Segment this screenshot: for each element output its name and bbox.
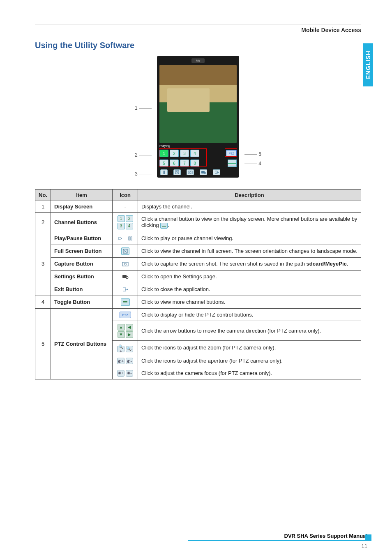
cell-icon: 🔍+🔍- [113, 340, 138, 355]
language-tab: ENGLISH [363, 43, 373, 86]
ptz-aperture-icon: ◐+◐- [117, 358, 133, 364]
callout-1: 1 [135, 105, 153, 111]
table-row: 5 PTZ Control Buttons PTZ Click to displ… [35, 308, 361, 321]
cell-desc: Click the icons to adjust the zoom (for … [138, 340, 361, 355]
toggle-icon [121, 298, 130, 306]
cell-icon: PTZ [113, 308, 138, 321]
cell-icon [113, 283, 138, 296]
cell-icon: - [113, 201, 138, 213]
phone-video-area [159, 65, 237, 143]
table-row: Settings Button Click to open the Settin… [35, 270, 361, 283]
toolbar-row [159, 169, 237, 176]
cell-desc: Click a channel button to view on the di… [138, 213, 361, 232]
cell-item: Capture Button [51, 257, 113, 270]
footer-accent-line [188, 540, 367, 541]
cell-item: Display Screen [51, 201, 113, 213]
th-item: Item [51, 190, 113, 201]
cell-no: 5 [35, 308, 51, 379]
cell-icon: ▲◀▼▶ [113, 321, 138, 341]
cell-icon [113, 270, 138, 283]
header-rule [35, 25, 361, 25]
settings-icon [121, 273, 129, 280]
cell-icon: 12 34 [113, 213, 138, 232]
callout-4: 4 [243, 161, 261, 166]
callout-3: 3 [135, 171, 153, 177]
page-number: 11 [362, 543, 367, 549]
cell-icon [113, 245, 138, 257]
section-heading: Using the Utility Software [35, 41, 361, 50]
callout-5: 5 [243, 151, 261, 157]
play-pause-icon[interactable] [160, 169, 168, 175]
cell-no: 3 [35, 232, 51, 296]
table-row: Exit Button Click to close the applicati… [35, 283, 361, 296]
exit-icon [121, 286, 129, 293]
cell-item: Exit Button [51, 283, 113, 296]
table-header-row: No. Item Icon Description [35, 190, 361, 201]
settings-icon[interactable] [200, 169, 207, 175]
exit-icon[interactable] [213, 169, 220, 175]
cell-desc: Displays the channel. [138, 201, 361, 213]
cell-icon: ◐+◐- [113, 355, 138, 367]
reference-table: No. Item Icon Description 1 Display Scre… [35, 189, 361, 379]
table-row: 4 Toggle Button Click to view more chann… [35, 296, 361, 308]
cell-item: Full Screen Button [51, 245, 113, 257]
cell-desc: Click to display or hide the PTZ control… [138, 308, 361, 321]
channel-buttons-icon: 12 34 [118, 215, 133, 229]
cell-desc: Click the icons to adjust the aperture (… [138, 355, 361, 367]
ptz-focus-icon: ✺+✺- [117, 370, 133, 377]
cell-no: 1 [35, 201, 51, 213]
svg-rect-9 [131, 237, 132, 240]
annotated-screenshot: Me Playing 1 2 3 4 PTZ 5 6 7 8 [149, 56, 247, 178]
cell-item: Toggle Button [51, 296, 113, 308]
svg-rect-0 [163, 171, 164, 174]
callout-box-channels [159, 148, 207, 166]
cell-desc: Click to open the Settings page. [138, 270, 361, 283]
th-desc: Description [138, 190, 361, 201]
phone-titlebar: Me [157, 58, 239, 63]
phone-title: Me [191, 58, 204, 63]
cell-no: 4 [35, 296, 51, 308]
cell-desc: Click to play or pause channel viewing. [138, 232, 361, 245]
table-row: 1 Display Screen - Displays the channel. [35, 201, 361, 213]
capture-icon [121, 260, 129, 268]
capture-icon[interactable] [187, 169, 194, 175]
callout-box-toggle [225, 158, 237, 166]
ptz-icon: PTZ [120, 312, 131, 318]
fullscreen-icon[interactable] [173, 169, 181, 175]
cell-item: Play/Pause Button [51, 232, 113, 245]
cell-desc: Click to view more channel buttons. [138, 296, 361, 308]
table-row: 3 Play/Pause Button Click to play or pau… [35, 232, 361, 245]
callout-box-ptz [225, 148, 237, 157]
cell-no: 2 [35, 213, 51, 232]
footer-corner-accent [365, 534, 371, 541]
svg-point-12 [124, 263, 126, 265]
th-icon: Icon [113, 190, 138, 201]
cell-desc: Click the arrow buttons to move the came… [138, 321, 361, 341]
cell-desc: Click to capture the screen shot. The sc… [138, 257, 361, 270]
svg-rect-8 [129, 237, 130, 240]
table-row: Capture Button Click to capture the scre… [35, 257, 361, 270]
callout-2: 2 [135, 152, 153, 158]
svg-rect-1 [164, 171, 165, 174]
svg-marker-7 [119, 237, 122, 240]
cell-icon [113, 296, 138, 308]
cell-desc: Click to close the application. [138, 283, 361, 296]
cell-icon [113, 257, 138, 270]
cell-icon: ✺+✺- [113, 367, 138, 379]
toggle-icon-inline [160, 223, 168, 229]
svg-rect-11 [122, 262, 128, 266]
play-pause-icon [116, 235, 134, 242]
page-footer: DVR SHA Series Support Manual [35, 533, 367, 541]
fullscreen-icon [121, 247, 129, 255]
cell-icon [113, 232, 138, 245]
th-no: No. [35, 190, 51, 201]
svg-point-4 [189, 172, 191, 173]
cell-desc: Click to view the channel in full screen… [138, 245, 361, 257]
table-row: 2 Channel Buttons 12 34 Click a channel … [35, 213, 361, 232]
ptz-zoom-icon: 🔍+🔍- [117, 346, 133, 352]
header-section-label: Mobile Device Access [35, 27, 361, 33]
cell-desc: Click to adjust the camera focus (for PT… [138, 367, 361, 379]
phone-mockup: Me Playing 1 2 3 4 PTZ 5 6 7 8 [157, 56, 239, 178]
cell-item: Channel Buttons [51, 213, 113, 232]
table-row: Full Screen Button Click to view the cha… [35, 245, 361, 257]
